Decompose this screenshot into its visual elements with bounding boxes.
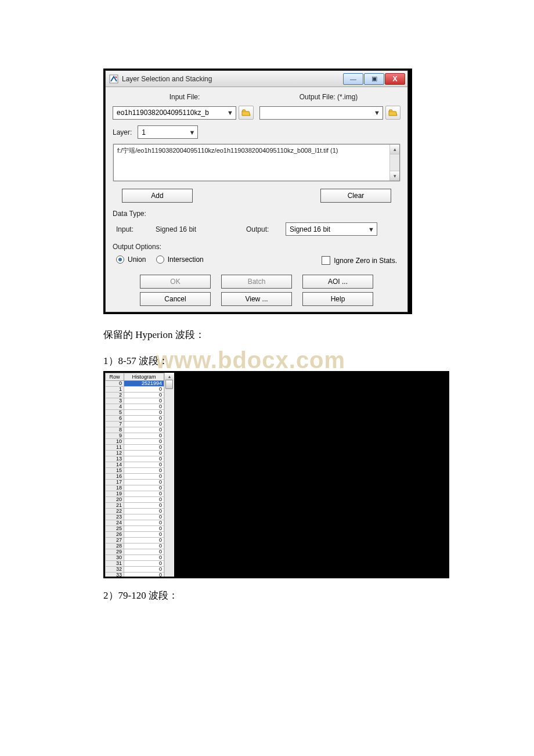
- layer-value: 1: [142, 128, 146, 136]
- histogram-value-cell: 0: [124, 468, 164, 474]
- table-row[interactable]: 190: [106, 491, 164, 497]
- table-row[interactable]: 10: [106, 387, 164, 393]
- layer-list[interactable]: f:/宁瑶/eo1h1190382004095110kz/eo1h1190382…: [113, 144, 400, 181]
- table-row[interactable]: 240: [106, 520, 164, 526]
- histogram-value-cell: 0: [124, 561, 164, 567]
- output-dt-value: Signed 16 bit: [290, 225, 330, 233]
- histogram-value-cell: 0: [124, 404, 164, 410]
- output-file-combo[interactable]: ▼: [259, 106, 383, 120]
- input-file-value: eo1h1190382004095110kz_b: [117, 109, 209, 117]
- table-row[interactable]: 210: [106, 503, 164, 509]
- help-button[interactable]: Help: [302, 292, 373, 306]
- scroll-down-icon[interactable]: ▾: [390, 171, 399, 181]
- doc-line-1: 保留的 Hyperion 波段：: [103, 328, 432, 341]
- aoi-button[interactable]: AOI ...: [302, 275, 373, 289]
- view-button[interactable]: View ...: [221, 292, 292, 306]
- histogram-value-cell: 0: [124, 520, 164, 526]
- row-index-cell: 4: [106, 404, 124, 410]
- row-index-cell: 9: [106, 433, 124, 439]
- histogram-value-cell: 0: [124, 526, 164, 532]
- table-row[interactable]: 30: [106, 398, 164, 404]
- intersection-radio[interactable]: Intersection: [156, 255, 204, 264]
- cancel-button[interactable]: Cancel: [140, 292, 211, 306]
- row-index-cell: 23: [106, 514, 124, 520]
- scrollbar[interactable]: ▴ ▾: [389, 145, 399, 181]
- app-icon: [109, 74, 118, 84]
- table-row[interactable]: 330: [106, 573, 164, 577]
- table-row[interactable]: 170: [106, 480, 164, 485]
- layer-combo[interactable]: 1 ▼: [138, 125, 198, 139]
- histogram-value-cell: 0: [124, 387, 164, 393]
- row-index-cell: 1: [106, 387, 124, 393]
- chevron-down-icon: ▼: [185, 129, 195, 136]
- row-index-cell: 12: [106, 451, 124, 456]
- table-row[interactable]: 150: [106, 468, 164, 474]
- table-row[interactable]: 310: [106, 561, 164, 567]
- table-row[interactable]: 02521994: [106, 381, 164, 387]
- histogram-value-cell: 0: [124, 462, 164, 468]
- table-row[interactable]: 320: [106, 567, 164, 573]
- table-row[interactable]: 290: [106, 549, 164, 555]
- histogram-value-cell: 0: [124, 532, 164, 538]
- table-row[interactable]: 270: [106, 538, 164, 543]
- histogram-value-cell: 0: [124, 445, 164, 451]
- table-row[interactable]: 50: [106, 410, 164, 416]
- row-index-cell: 0: [106, 381, 124, 387]
- histogram-value-cell: 0: [124, 514, 164, 520]
- histogram-value-cell: 0: [124, 456, 164, 462]
- table-row[interactable]: 80: [106, 427, 164, 433]
- row-index-cell: 5: [106, 410, 124, 416]
- table-row[interactable]: 60: [106, 416, 164, 422]
- table-row[interactable]: 230: [106, 514, 164, 520]
- table-row[interactable]: 130: [106, 456, 164, 462]
- table-row[interactable]: 160: [106, 474, 164, 480]
- table-row[interactable]: 20: [106, 393, 164, 398]
- table-row[interactable]: 120: [106, 451, 164, 456]
- scroll-thumb[interactable]: [165, 380, 173, 389]
- batch-label: Batch: [248, 278, 266, 286]
- table-row[interactable]: 300: [106, 555, 164, 561]
- union-radio[interactable]: Union: [116, 255, 146, 264]
- table-row[interactable]: 280: [106, 543, 164, 549]
- batch-button[interactable]: Batch: [221, 275, 292, 289]
- table-row[interactable]: 40: [106, 404, 164, 410]
- clear-button[interactable]: Clear: [320, 189, 391, 203]
- histogram-value-cell: 2521994: [124, 381, 164, 387]
- close-icon: X: [392, 75, 397, 83]
- row-index-cell: 7: [106, 422, 124, 427]
- table-row[interactable]: 140: [106, 462, 164, 468]
- dialog-frame: Layer Selection and Stacking — ▣ X Input…: [103, 69, 412, 314]
- table-row[interactable]: 100: [106, 439, 164, 445]
- table-row[interactable]: 260: [106, 532, 164, 538]
- minimize-button[interactable]: —: [343, 73, 363, 85]
- ok-button[interactable]: OK: [140, 275, 211, 289]
- close-button[interactable]: X: [385, 73, 405, 85]
- table-row[interactable]: 200: [106, 497, 164, 503]
- browse-input-button[interactable]: [239, 106, 254, 120]
- ignore-zero-checkbox[interactable]: Ignore Zero in Stats.: [322, 256, 397, 265]
- intersection-label: Intersection: [168, 255, 204, 264]
- row-index-cell: 3: [106, 398, 124, 404]
- table-row[interactable]: 220: [106, 509, 164, 514]
- input-file-combo[interactable]: eo1h1190382004095110kz_b ▼: [113, 106, 236, 120]
- table-row[interactable]: 110: [106, 445, 164, 451]
- histogram-header: Histogram: [124, 373, 164, 381]
- scroll-up-icon[interactable]: ▴: [390, 145, 399, 154]
- dialog-title: Layer Selection and Stacking: [122, 75, 212, 83]
- maximize-button[interactable]: ▣: [364, 73, 384, 85]
- table-row[interactable]: 70: [106, 422, 164, 427]
- clear-label: Clear: [348, 192, 365, 200]
- browse-output-button[interactable]: [385, 106, 400, 120]
- table-row[interactable]: 180: [106, 485, 164, 491]
- histogram-scrollbar[interactable]: ▴: [164, 373, 174, 577]
- row-index-cell: 21: [106, 503, 124, 509]
- row-index-cell: 13: [106, 456, 124, 462]
- table-row[interactable]: 90: [106, 433, 164, 439]
- output-dt-combo[interactable]: Signed 16 bit ▼: [286, 222, 377, 236]
- row-index-cell: 19: [106, 491, 124, 497]
- ignore-zero-label: Ignore Zero in Stats.: [334, 257, 397, 265]
- ok-label: OK: [170, 278, 180, 286]
- histogram-value-cell: 0: [124, 422, 164, 427]
- add-button[interactable]: Add: [122, 189, 193, 203]
- table-row[interactable]: 250: [106, 526, 164, 532]
